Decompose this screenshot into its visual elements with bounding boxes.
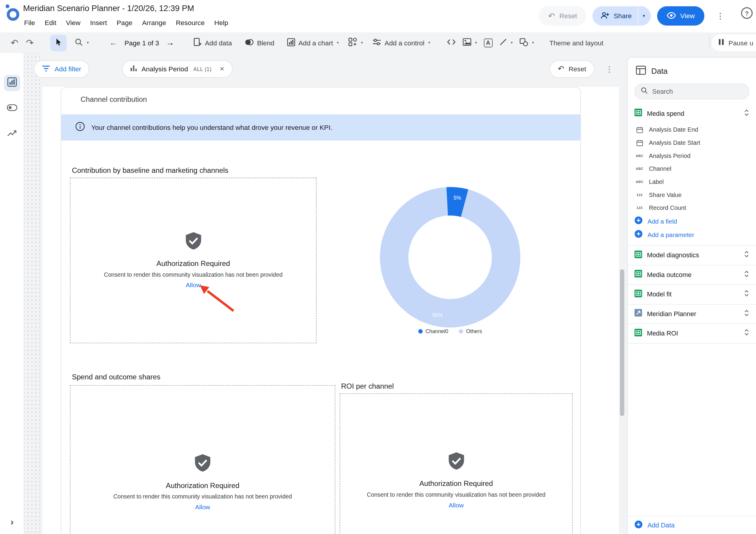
report-title[interactable]: Meridian Scenario Planner - 1/20/26, 12:… xyxy=(23,4,194,14)
help-button[interactable]: ? xyxy=(741,7,753,19)
more-options-button[interactable]: ⋮ xyxy=(711,6,730,26)
field-label: Record Count xyxy=(649,205,686,211)
rail-report-charts-button[interactable] xyxy=(4,75,20,91)
community-visualizations-button[interactable]: ▾ xyxy=(345,35,366,50)
add-data-button[interactable]: Add data xyxy=(189,35,235,50)
data-source-label: Model fit xyxy=(647,291,739,298)
sheets-icon xyxy=(634,109,642,118)
expand-source-icon[interactable] xyxy=(744,270,749,279)
theme-layout-button[interactable]: Theme and layout xyxy=(546,35,607,50)
view-button[interactable]: View xyxy=(657,6,704,26)
menu-help[interactable]: Help xyxy=(209,17,233,29)
zoom-tool-button[interactable]: ▾ xyxy=(71,35,92,50)
mini-bar-chart-icon xyxy=(130,65,137,73)
field-label[interactable]: ABC Label xyxy=(628,175,756,188)
field-analysis-date-end[interactable]: Analysis Date End xyxy=(628,123,756,136)
embed-code-button[interactable] xyxy=(443,35,459,50)
page-indicator[interactable]: Page 1 of 3 xyxy=(121,39,162,46)
remove-filter-icon[interactable]: × xyxy=(220,65,224,73)
trending-up-icon xyxy=(7,130,16,138)
viz-placeholder-contribution: Authorization Required Consent to render… xyxy=(70,178,316,343)
data-source-media-roi[interactable]: Media ROI xyxy=(628,324,756,343)
header-actions: ↶ Reset Share ▾ View xyxy=(539,3,730,29)
filter-bar-more-button[interactable]: ⋮ xyxy=(601,61,618,77)
shield-icon xyxy=(186,232,201,252)
data-search-box[interactable] xyxy=(634,84,749,99)
add-parameter-button[interactable]: Add a parameter xyxy=(628,228,756,241)
data-source-meridian-planner[interactable]: Meridian Planner xyxy=(628,304,756,324)
add-data-footer-label: Add Data xyxy=(647,522,675,529)
select-tool-button[interactable] xyxy=(50,35,67,51)
menu-page[interactable]: Page xyxy=(112,17,137,29)
field-analysis-period[interactable]: ABC Analysis Period xyxy=(628,149,756,162)
add-data-footer-button[interactable]: Add Data xyxy=(628,516,756,534)
expand-rail-button[interactable]: › xyxy=(0,517,24,528)
collapse-source-icon[interactable] xyxy=(744,109,749,118)
allow-link[interactable]: Allow xyxy=(449,501,464,509)
field-label: Analysis Date End xyxy=(649,126,698,133)
viz-placeholder-roi: Authorization Required Consent to render… xyxy=(339,393,573,534)
field-channel[interactable]: ABC Channel xyxy=(628,162,756,175)
code-icon xyxy=(446,39,456,46)
view-label: View xyxy=(680,12,695,20)
legend-item-channel0[interactable]: Channel0 xyxy=(418,328,448,334)
image-tool-button[interactable]: ▾ xyxy=(459,35,480,50)
add-filter-button[interactable]: Add filter xyxy=(34,60,89,78)
expand-source-icon[interactable] xyxy=(744,290,749,299)
add-control-button[interactable]: Add a control ▾ xyxy=(369,35,434,50)
expand-source-icon[interactable] xyxy=(744,329,749,338)
line-tool-button[interactable]: ▾ xyxy=(496,35,516,50)
filter-reset-button[interactable]: ↶ Reset xyxy=(550,60,594,78)
pause-updates-button[interactable]: Pause u xyxy=(712,34,756,51)
data-panel: Data Media spend Analysis Date End Analy… xyxy=(627,57,756,534)
share-dropdown-button[interactable]: ▾ xyxy=(638,6,651,26)
expand-source-icon[interactable] xyxy=(744,251,749,260)
share-button[interactable]: Share xyxy=(592,6,638,26)
reset-button[interactable]: ↶ Reset xyxy=(539,6,586,26)
auth-required-title: Authorization Required xyxy=(156,259,230,267)
data-source-model-diagnostics[interactable]: Model diagnostics xyxy=(628,246,756,265)
previous-page-button[interactable]: ← xyxy=(106,35,121,50)
menu-view[interactable]: View xyxy=(61,17,85,29)
data-source-label: Media spend xyxy=(647,110,739,117)
rail-controls-button[interactable] xyxy=(4,100,20,117)
calendar-icon xyxy=(634,126,644,133)
menu-insert[interactable]: Insert xyxy=(85,17,112,29)
chevron-down-icon: ▾ xyxy=(511,41,513,45)
undo-button[interactable]: ↶ xyxy=(7,35,22,50)
chevron-down-icon: ▾ xyxy=(532,41,534,45)
chevron-down-icon: ▾ xyxy=(361,41,363,45)
data-source-media-outcome[interactable]: Media outcome xyxy=(628,266,756,285)
canvas-scrollbar[interactable] xyxy=(620,269,624,416)
connector-icon xyxy=(634,309,642,319)
field-analysis-date-start[interactable]: Analysis Date Start xyxy=(628,136,756,149)
rail-trends-button[interactable] xyxy=(4,126,20,142)
redo-button[interactable]: ↷ xyxy=(22,35,38,50)
plus-circle-icon xyxy=(634,216,642,226)
menu-file[interactable]: File xyxy=(19,17,40,29)
expand-source-icon[interactable] xyxy=(744,309,749,319)
menu-arrange[interactable]: Arrange xyxy=(137,17,171,29)
menu-edit[interactable]: Edit xyxy=(40,17,61,29)
menu-resource[interactable]: Resource xyxy=(171,17,209,29)
info-icon xyxy=(75,122,85,133)
legend-item-others[interactable]: Others xyxy=(459,328,482,334)
shape-tool-button[interactable]: ▾ xyxy=(516,35,537,50)
field-share-value[interactable]: 123 Share Value xyxy=(628,188,756,202)
add-field-button[interactable]: Add a field xyxy=(628,214,756,228)
filter-chip-analysis-period[interactable]: Analysis Period ALL (1) × xyxy=(122,60,233,78)
blend-button[interactable]: Blend xyxy=(241,35,278,50)
sheets-icon xyxy=(634,270,642,279)
add-chart-button[interactable]: Add a chart ▾ xyxy=(284,35,342,50)
help-icon: ? xyxy=(745,10,749,17)
allow-link[interactable]: Allow xyxy=(195,504,210,511)
shield-icon xyxy=(195,454,210,474)
next-page-button[interactable]: → xyxy=(162,35,178,50)
donut-chart[interactable] xyxy=(380,187,521,328)
text-tool-button[interactable]: A xyxy=(480,35,496,50)
data-source-media-spend[interactable]: Media spend xyxy=(628,106,756,121)
data-source-model-fit[interactable]: Model fit xyxy=(628,285,756,304)
search-input[interactable] xyxy=(652,88,734,95)
auth-required-title: Authorization Required xyxy=(419,479,493,488)
field-record-count[interactable]: 123 Record Count xyxy=(628,201,756,214)
